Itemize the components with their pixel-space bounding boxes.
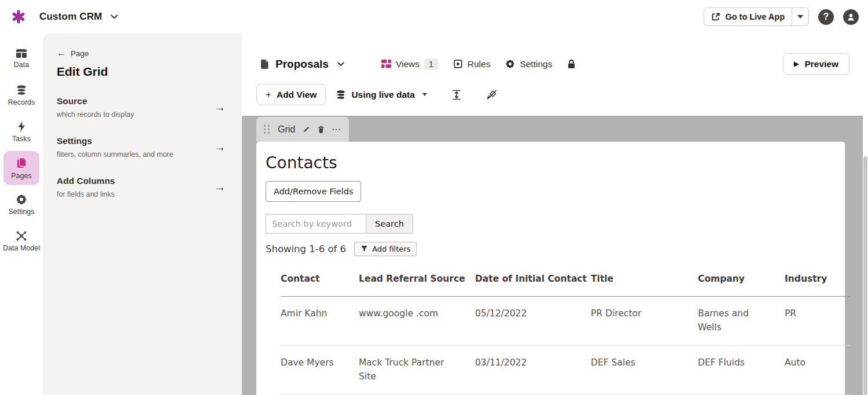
sidebar-item-settings[interactable]: Settings: [3, 187, 39, 222]
topbar: Custom CRM Go to Live App ?: [0, 0, 868, 34]
tab-settings[interactable]: Settings: [505, 59, 552, 69]
tab-rules[interactable]: Rules: [453, 59, 491, 69]
back-arrow-icon: ←: [57, 49, 66, 58]
table-cell: Barnes and Wells: [698, 297, 785, 346]
lock-icon: [567, 59, 576, 69]
edit-panel: ← Page Edit Grid Source which records to…: [43, 34, 242, 395]
column-header[interactable]: Title: [591, 271, 698, 297]
page-file-icon: [260, 59, 269, 69]
grid-view-tab[interactable]: Grid ⋯: [256, 117, 349, 142]
sidebar-item-label: Tasks: [12, 135, 31, 143]
builder-canvas: Grid ⋯ Contacts Add/Remove Fields Search: [242, 116, 863, 395]
back-to-page-link[interactable]: ← Page: [57, 49, 226, 58]
column-header[interactable]: Date of Initial Contact: [475, 271, 591, 297]
tab-settings-label: Settings: [520, 59, 552, 69]
table-cell: www.google .com: [359, 297, 475, 346]
column-header[interactable]: Company: [698, 271, 785, 297]
go-to-live-app-dropdown[interactable]: [792, 8, 808, 25]
gear-icon: [505, 59, 515, 69]
preview-label: Preview: [804, 59, 838, 69]
section-description: which records to display: [57, 110, 214, 119]
page-title: Proposals: [275, 58, 329, 71]
views-count-badge: 1: [424, 58, 438, 70]
table-cell: Amir Kahn: [281, 297, 359, 346]
section-description: for fields and links: [57, 190, 214, 198]
app-logo-asterisk-icon: [12, 10, 25, 24]
sidebar-item-label: Data Model: [3, 244, 40, 252]
app-name: Custom CRM: [39, 11, 102, 23]
search-bar: Search: [266, 214, 845, 234]
section-title: Add Columns: [57, 176, 214, 186]
column-header[interactable]: Lead Referral Source: [359, 271, 475, 297]
column-header[interactable]: Contact: [281, 271, 359, 297]
add-view-button[interactable]: + Add View: [256, 84, 326, 105]
table-cell: Dave Myers: [281, 346, 359, 395]
table-row: Amir Kahnwww.google .com05/12/2022PR Dir…: [281, 297, 850, 346]
row-height-icon[interactable]: [451, 90, 462, 100]
page-tabs: Views 1 Rules Settings: [381, 58, 576, 70]
funnel-icon: [361, 245, 368, 253]
sidebar-item-label: Settings: [8, 208, 34, 216]
tab-views-label: Views: [396, 59, 420, 69]
views-icon: [381, 60, 391, 68]
play-icon: ▶: [794, 60, 799, 68]
chip-icon: [453, 59, 463, 69]
panel-section-source[interactable]: Source which records to display →: [57, 96, 226, 119]
table-cell: DEF Sales: [591, 346, 698, 395]
app-chevron-down-icon[interactable]: [111, 14, 118, 19]
drag-handle-icon[interactable]: [264, 125, 270, 134]
sidebar-item-label: Pages: [11, 172, 31, 180]
table-cell: Mack Truck Partner Site: [359, 346, 475, 395]
arrow-right-icon: →: [214, 141, 226, 154]
go-to-live-app-label: Go to Live App: [725, 12, 785, 21]
contacts-table: ContactLead Referral SourceDate of Initi…: [281, 271, 850, 395]
arrow-right-icon: →: [214, 180, 226, 194]
panel-section-settings[interactable]: Settings filters, column summaries, and …: [57, 136, 226, 158]
live-data-dropdown[interactable]: Using live data: [336, 90, 426, 100]
network-icon: [16, 230, 27, 242]
table-icon: [16, 49, 27, 58]
sidebar-item-data[interactable]: Data: [3, 42, 39, 76]
bolt-icon: [17, 121, 26, 132]
table-row: Dave MyersMack Truck Partner Site03/11/2…: [281, 346, 850, 395]
go-to-live-app-button[interactable]: Go to Live App: [704, 8, 792, 25]
page-selector[interactable]: Proposals: [260, 58, 344, 71]
edit-pencil-icon[interactable]: [303, 125, 310, 134]
panel-section-add-columns[interactable]: Add Columns for fields and links →: [57, 176, 226, 198]
table-cell: DEF Fluids: [698, 346, 785, 395]
preview-button[interactable]: ▶ Preview: [783, 53, 849, 75]
sidebar-item-tasks[interactable]: Tasks: [3, 115, 39, 149]
tab-views[interactable]: Views 1: [381, 58, 438, 70]
delete-trash-icon[interactable]: [318, 125, 325, 134]
search-button[interactable]: Search: [366, 214, 413, 234]
help-button[interactable]: ?: [818, 9, 834, 25]
sidebar-item-pages[interactable]: Pages: [3, 151, 39, 185]
caret-down-icon: [797, 15, 803, 19]
external-link-icon: [711, 12, 720, 21]
back-link-label: Page: [71, 49, 89, 58]
showing-count: Showing 1-6 of 6: [266, 243, 346, 254]
gear-icon: [16, 194, 27, 205]
account-button[interactable]: [843, 9, 859, 25]
add-remove-fields-button[interactable]: Add/Remove Fields: [266, 181, 361, 202]
table-cell: Auto: [785, 346, 850, 395]
table-cell: PR Director: [591, 297, 698, 346]
sidebar-item-data-model[interactable]: Data Model: [3, 224, 39, 258]
disable-styles-brush-icon[interactable]: [486, 89, 498, 101]
caret-down-icon: [422, 93, 427, 96]
table-header-row: ContactLead Referral SourceDate of Initi…: [281, 271, 850, 297]
table-cell: 05/12/2022: [475, 297, 591, 346]
search-input[interactable]: [266, 214, 366, 234]
grid-tab-label: Grid: [278, 124, 295, 135]
sidebar-item-records[interactable]: Records: [3, 78, 39, 112]
tab-rules-label: Rules: [468, 59, 491, 69]
main-area: Proposals Views 1: [242, 34, 868, 395]
column-header[interactable]: Industry: [785, 271, 850, 297]
vertical-scrollbar[interactable]: [863, 156, 867, 395]
add-filters-button[interactable]: Add filters: [354, 242, 417, 256]
database-icon: [16, 84, 27, 96]
table-cell: 03/11/2022: [475, 346, 591, 395]
more-options-icon[interactable]: ⋯: [332, 124, 341, 135]
grid-view-card: Contacts Add/Remove Fields Search Showin…: [256, 142, 845, 395]
table-cell: PR: [785, 297, 850, 346]
